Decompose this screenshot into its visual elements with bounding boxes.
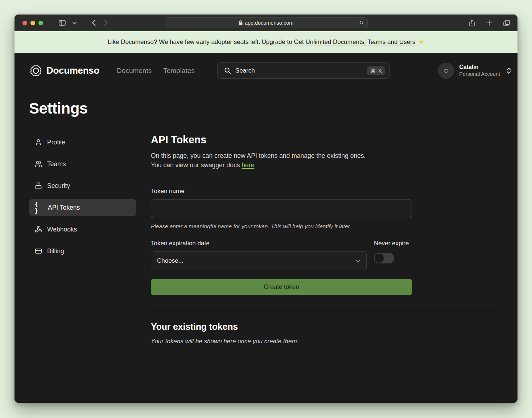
lock-icon (239, 20, 243, 25)
sidebar-item-security[interactable]: Security (29, 177, 136, 194)
sidebar-item-label: Profile (47, 139, 65, 146)
never-expire-label: Never expire (374, 240, 412, 247)
existing-tokens-empty-text: Your tokens will be shown here once you … (151, 338, 503, 345)
sidebar-item-label: Webhooks (47, 226, 77, 233)
browser-window: app.documenso.com ↻ (15, 15, 517, 403)
token-expiration-label: Token expiration date (151, 240, 367, 247)
swagger-docs-link[interactable]: here (242, 161, 254, 169)
url-text: app.documenso.com (245, 20, 294, 26)
select-value: Choose... (157, 257, 183, 265)
toolbar-left-group (57, 18, 111, 28)
expiration-row: Token expiration date Choose... Never ex… (151, 230, 412, 270)
user-meta: Catalin Personal Account (459, 63, 500, 77)
token-name-input[interactable] (151, 199, 412, 218)
panel-description: On this page, you can create new API tok… (151, 151, 503, 170)
browser-titlebar: app.documenso.com ↻ (15, 15, 517, 31)
account-switcher[interactable]: C Catalin Personal Account (438, 63, 512, 79)
avatar: C (438, 63, 454, 79)
share-icon[interactable] (467, 18, 477, 28)
users-icon (35, 160, 42, 168)
app-header: Documenso Documents Templates Search ⌘+K… (15, 53, 517, 79)
app-content: Documenso Documents Templates Search ⌘+K… (15, 53, 517, 403)
braces-icon: { } (35, 201, 43, 214)
search-input[interactable]: Search ⌘+K (217, 62, 390, 79)
user-name: Catalin (459, 63, 500, 71)
settings-body: Profile Teams Security { } (15, 134, 517, 345)
create-token-form: Token name Please enter a meaningful nam… (151, 188, 412, 295)
nav-documents[interactable]: Documents (117, 67, 152, 75)
promo-banner: Like Documenso? We have few early adopte… (15, 31, 517, 53)
promo-text: Like Documenso? We have few early adopte… (108, 38, 260, 46)
zoom-window-button[interactable] (38, 21, 43, 25)
sidebar-item-label: API Tokens (48, 204, 80, 212)
token-name-help-text: Please enter a meaningful name for your … (151, 223, 412, 230)
brand-name: Documenso (46, 65, 99, 76)
token-name-label: Token name (151, 188, 412, 195)
sidebar-toggle-icon[interactable] (57, 18, 67, 28)
star-icon: ★ (418, 38, 424, 46)
panel-title: API Tokens (151, 134, 503, 146)
toolbar-right-group (467, 18, 512, 28)
divider (151, 309, 503, 309)
documenso-logo-icon (29, 64, 43, 78)
webhook-icon (35, 226, 42, 233)
sidebar-item-label: Billing (47, 247, 64, 255)
window-controls (22, 21, 43, 25)
minimize-window-button[interactable] (30, 21, 35, 25)
reload-icon[interactable]: ↻ (359, 20, 364, 26)
address-bar[interactable]: app.documenso.com ↻ (165, 17, 368, 28)
sidebar-item-label: Teams (47, 160, 66, 168)
upgrade-link[interactable]: Upgrade to Get Unlimited Documents, Team… (262, 38, 416, 46)
token-expiration-select[interactable]: Choose... (151, 251, 367, 270)
toggle-knob (375, 254, 384, 263)
brand-logo[interactable]: Documenso (29, 64, 99, 78)
sidebar-chevron-down-icon[interactable] (69, 18, 79, 28)
nav-templates[interactable]: Templates (163, 67, 195, 75)
sidebar-item-webhooks[interactable]: Webhooks (29, 221, 136, 238)
description-line1: On this page, you can create new API tok… (151, 152, 366, 159)
avatar-initial: C (444, 67, 448, 74)
search-placeholder: Search (235, 67, 363, 74)
sidebar-item-label: Security (47, 182, 70, 190)
chevron-down-icon (356, 259, 360, 262)
search-shortcut-badge: ⌘+K (367, 66, 385, 75)
lock-icon (35, 182, 42, 189)
new-tab-icon[interactable] (484, 18, 494, 28)
never-expire-toggle[interactable] (374, 253, 394, 263)
description-line2: You can view our swagger docs (151, 161, 240, 169)
user-icon (35, 139, 42, 146)
settings-nav: Profile Teams Security { } (29, 134, 136, 259)
sidebar-item-api-tokens[interactable]: { } API Tokens (29, 199, 136, 216)
user-account-type: Personal Account (459, 71, 500, 77)
back-button[interactable] (88, 18, 99, 28)
api-tokens-panel: API Tokens On this page, you can create … (151, 134, 503, 345)
existing-tokens-title: Your existing tokens (151, 321, 503, 332)
credit-card-icon (35, 247, 42, 255)
search-icon (224, 67, 231, 74)
sidebar-item-profile[interactable]: Profile (29, 134, 136, 151)
divider (151, 178, 503, 178)
main-nav: Documents Templates (117, 67, 195, 75)
close-window-button[interactable] (22, 21, 27, 25)
create-token-button[interactable]: Create token (151, 279, 412, 295)
sidebar-item-billing[interactable]: Billing (29, 243, 136, 259)
sidebar-item-teams[interactable]: Teams (29, 156, 136, 172)
forward-button[interactable] (101, 18, 111, 28)
tab-overview-icon[interactable] (502, 18, 512, 28)
page-title: Settings (29, 100, 517, 117)
chevrons-up-down-icon (506, 67, 512, 74)
